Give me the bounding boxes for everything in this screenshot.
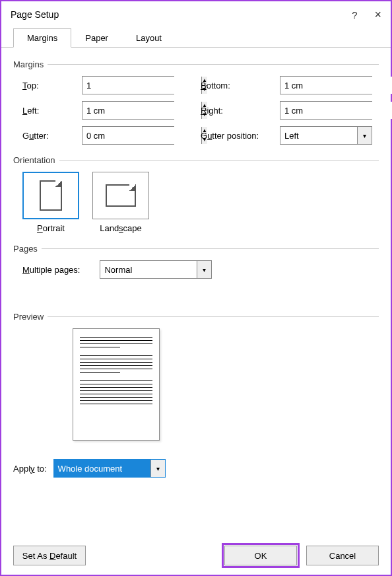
- multiple-pages-value: Normal: [100, 265, 197, 275]
- help-button[interactable]: ?: [352, 9, 357, 20]
- orientation-landscape[interactable]: [92, 172, 149, 219]
- portrait-label: Portrait: [37, 223, 65, 233]
- left-label: Left:: [22, 106, 82, 116]
- top-spinner[interactable]: ▲▼: [82, 76, 174, 94]
- bottom-spinner[interactable]: ▲▼: [280, 76, 372, 94]
- titlebar: Page Setup ? ×: [1, 1, 391, 28]
- right-input[interactable]: [280, 102, 392, 119]
- divider: [48, 64, 379, 65]
- page-icon: [106, 184, 136, 207]
- close-button[interactable]: ×: [374, 8, 381, 22]
- dialog-body: Margins Top: ▲▼ Bottom: ▲▼ Left: ▲▼: [1, 48, 391, 575]
- tab-margins[interactable]: Margins: [13, 28, 71, 48]
- divider: [48, 316, 379, 317]
- top-input[interactable]: [82, 77, 201, 94]
- page-setup-dialog: Page Setup ? × Margins Paper Layout Marg…: [0, 0, 392, 576]
- gutter-input[interactable]: [82, 127, 201, 144]
- preview-page: [73, 328, 160, 441]
- tab-layout[interactable]: Layout: [122, 28, 176, 48]
- margins-group-label: Margins: [13, 59, 44, 69]
- tabs: Margins Paper Layout: [1, 28, 391, 48]
- divider: [59, 160, 379, 161]
- left-spinner[interactable]: ▲▼: [82, 101, 174, 120]
- gutter-label: Gutter:: [22, 131, 82, 141]
- apply-to-label: Apply to:: [13, 464, 47, 474]
- multiple-pages-label: Multiple pages:: [22, 265, 80, 275]
- dialog-footer: Set As Default OK Cancel: [13, 534, 379, 565]
- gutter-pos-select[interactable]: Left ▾: [280, 126, 372, 145]
- top-label: Top:: [22, 81, 82, 90]
- orientation-group: Orientation Portrait Landscape: [13, 155, 379, 233]
- gutter-spinner[interactable]: ▲▼: [82, 126, 174, 145]
- chevron-down-icon[interactable]: ▾: [197, 261, 211, 278]
- right-label: Right:: [201, 106, 280, 116]
- apply-to-value: Whole document: [54, 460, 150, 477]
- chevron-down-icon[interactable]: ▾: [357, 127, 372, 144]
- pages-group: Pages Multiple pages: Normal ▾: [13, 244, 379, 279]
- window-controls: ? ×: [352, 8, 381, 22]
- page-icon: [40, 180, 62, 211]
- dialog-title: Page Setup: [11, 9, 59, 20]
- bottom-label: Bottom:: [201, 81, 280, 90]
- divider: [42, 248, 379, 249]
- cancel-button[interactable]: Cancel: [306, 546, 379, 565]
- apply-to-select[interactable]: Whole document ▾: [53, 459, 166, 478]
- preview-group-label: Preview: [13, 312, 44, 322]
- ok-button[interactable]: OK: [224, 546, 297, 565]
- chevron-down-icon[interactable]: ▾: [150, 460, 165, 477]
- right-spinner[interactable]: ▲▼: [280, 101, 372, 120]
- gutter-pos-value: Left: [280, 131, 357, 141]
- bottom-input[interactable]: [280, 77, 392, 94]
- tab-paper[interactable]: Paper: [71, 28, 122, 48]
- landscape-label: Landscape: [100, 223, 142, 233]
- margins-group: Margins Top: ▲▼ Bottom: ▲▼ Left: ▲▼: [13, 59, 379, 145]
- gutter-pos-label: Gutter position:: [201, 131, 280, 141]
- pages-group-label: Pages: [13, 244, 38, 254]
- orientation-portrait[interactable]: [22, 172, 79, 219]
- multiple-pages-select[interactable]: Normal ▾: [100, 260, 212, 279]
- apply-to-row: Apply to: Whole document ▾: [13, 459, 379, 478]
- orientation-group-label: Orientation: [13, 155, 55, 165]
- preview-group: Preview: [13, 312, 379, 441]
- left-input[interactable]: [82, 102, 201, 119]
- set-as-default-button[interactable]: Set As Default: [13, 546, 86, 565]
